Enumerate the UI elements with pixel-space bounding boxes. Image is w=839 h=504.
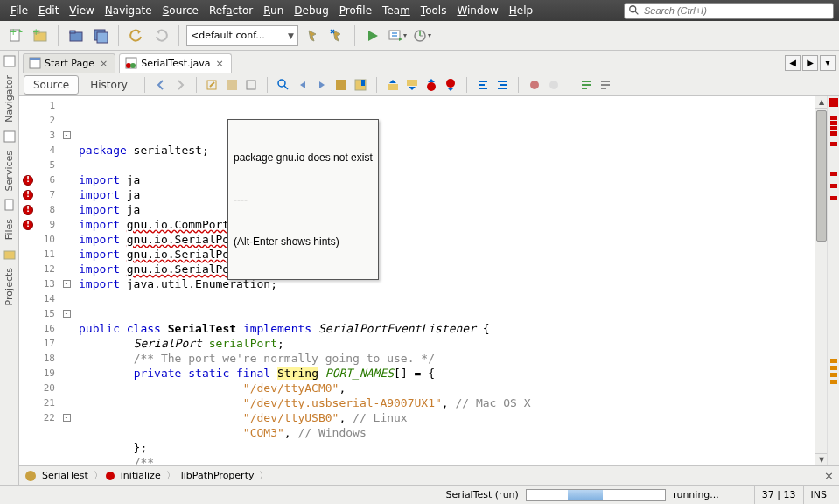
- code-editor[interactable]: 123-45678910111213-1415-16171819202122- …: [19, 96, 839, 466]
- menu-debug[interactable]: Debug: [289, 4, 333, 17]
- find-next-icon[interactable]: [313, 76, 331, 94]
- overview-mark[interactable]: [830, 121, 837, 125]
- prev-bookmark-icon[interactable]: [384, 76, 402, 94]
- tab-serialtest[interactable]: SerialTest.java ×: [119, 53, 232, 73]
- status-task: SerialTest (run): [446, 489, 519, 500]
- open-button[interactable]: [66, 25, 87, 46]
- crumb-class[interactable]: SerialTest: [38, 470, 92, 481]
- rail-projects[interactable]: Projects: [3, 262, 15, 311]
- overview-mark[interactable]: [830, 126, 837, 130]
- shift-left-icon[interactable]: [474, 76, 492, 94]
- files-icon[interactable]: [3, 198, 17, 212]
- main-area: Navigator Services Files Projects Start …: [0, 51, 839, 485]
- menu-refactor[interactable]: Refactor: [204, 4, 258, 17]
- menu-help[interactable]: Help: [504, 4, 538, 17]
- error-icon[interactable]: [23, 190, 33, 200]
- macro-stop-icon[interactable]: [545, 76, 563, 94]
- uncomment-icon[interactable]: [597, 76, 614, 94]
- config-combo[interactable]: <default conf...▼: [186, 25, 298, 46]
- menu-file[interactable]: File: [5, 4, 33, 17]
- vertical-scrollbar[interactable]: ▲ ▼: [815, 96, 827, 466]
- progress-bar[interactable]: [526, 489, 666, 501]
- menu-source[interactable]: Source: [157, 4, 204, 17]
- subtab-source[interactable]: Source: [24, 75, 79, 94]
- debug-button[interactable]: ▾: [387, 25, 408, 46]
- tab-start-page[interactable]: Start Page ×: [23, 53, 115, 73]
- mark-occur-icon[interactable]: [223, 76, 241, 94]
- overview-mark[interactable]: [830, 131, 837, 136]
- svg-rect-20: [4, 251, 15, 259]
- clean-build-button[interactable]: [326, 25, 347, 46]
- save-all-button[interactable]: [90, 25, 111, 46]
- menu-team[interactable]: Team: [377, 4, 416, 17]
- crumb-var[interactable]: libPathProperty: [178, 470, 258, 481]
- undo-button[interactable]: [126, 25, 147, 46]
- overview-mark[interactable]: [830, 366, 837, 370]
- overview-mark[interactable]: [830, 373, 837, 377]
- breadcrumb-close[interactable]: ×: [824, 469, 834, 482]
- navigator-icon[interactable]: [3, 54, 17, 68]
- quick-search[interactable]: [624, 3, 834, 19]
- overview-mark[interactable]: [830, 142, 837, 146]
- svg-rect-18: [4, 131, 15, 142]
- redo-button[interactable]: [150, 25, 171, 46]
- rail-files[interactable]: Files: [3, 214, 15, 245]
- toggle-highlight-icon[interactable]: [332, 76, 350, 94]
- overview-mark[interactable]: [830, 184, 837, 188]
- toggle-bookmark-icon[interactable]: [352, 76, 369, 94]
- line-number: 2: [37, 115, 60, 126]
- find-sel-icon[interactable]: [275, 76, 292, 94]
- fold-toggle[interactable]: -: [63, 131, 71, 139]
- next-bookmark-icon[interactable]: [403, 76, 421, 94]
- crumb-method[interactable]: initialize: [117, 470, 164, 481]
- projects-icon[interactable]: [3, 247, 17, 261]
- run-button[interactable]: [362, 25, 383, 46]
- fold-toggle[interactable]: -: [63, 310, 71, 318]
- new-file-button[interactable]: +: [5, 25, 26, 46]
- tab-prev[interactable]: ◀: [785, 55, 801, 71]
- menu-window[interactable]: Window: [451, 4, 503, 17]
- menu-edit[interactable]: Edit: [33, 4, 64, 17]
- next-error-icon[interactable]: [442, 76, 459, 94]
- overview-mark[interactable]: [830, 196, 837, 200]
- last-edit-icon[interactable]: [204, 76, 221, 94]
- menu-profile[interactable]: Profile: [334, 4, 377, 17]
- shift-right-icon[interactable]: [493, 76, 511, 94]
- rail-navigator[interactable]: Navigator: [3, 70, 15, 128]
- tab-list[interactable]: ▾: [820, 55, 836, 71]
- code-content[interactable]: package gnu.io does not exist ---- (Alt-…: [73, 96, 815, 466]
- rail-services[interactable]: Services: [3, 145, 15, 196]
- menu-tools[interactable]: Tools: [416, 4, 452, 17]
- selection-icon[interactable]: [242, 76, 260, 94]
- nav-back-icon[interactable]: [152, 76, 170, 94]
- tab-next[interactable]: ▶: [802, 55, 818, 71]
- subtab-history[interactable]: History: [80, 75, 137, 94]
- menu-view[interactable]: View: [64, 4, 99, 17]
- macro-rec-icon[interactable]: [526, 76, 543, 94]
- overview-mark[interactable]: [830, 359, 837, 363]
- overview-mark[interactable]: [830, 172, 837, 176]
- statusbar: SerialTest (run) running... 37 | 13 INS: [0, 485, 839, 504]
- build-button[interactable]: [302, 25, 323, 46]
- fold-toggle[interactable]: -: [63, 280, 71, 288]
- error-stripe[interactable]: [827, 96, 839, 466]
- menu-navigate[interactable]: Navigate: [100, 4, 157, 17]
- scroll-thumb[interactable]: [816, 110, 827, 242]
- comment-icon[interactable]: [577, 76, 595, 94]
- error-icon[interactable]: [23, 205, 33, 215]
- nav-fwd-icon[interactable]: [171, 76, 189, 94]
- overview-mark[interactable]: [830, 116, 837, 120]
- find-prev-icon[interactable]: [294, 76, 311, 94]
- tab-close[interactable]: ×: [214, 58, 226, 69]
- prev-error-icon[interactable]: [423, 76, 440, 94]
- quick-search-input[interactable]: [644, 5, 829, 16]
- new-project-button[interactable]: +: [30, 25, 51, 46]
- menu-run[interactable]: Run: [258, 4, 289, 17]
- services-icon[interactable]: [3, 130, 17, 144]
- overview-mark[interactable]: [830, 380, 837, 384]
- profile-button[interactable]: ▾: [411, 25, 432, 46]
- tab-close[interactable]: ×: [98, 58, 109, 69]
- error-icon[interactable]: [23, 175, 33, 186]
- fold-toggle[interactable]: -: [63, 414, 71, 422]
- error-icon[interactable]: [23, 220, 33, 230]
